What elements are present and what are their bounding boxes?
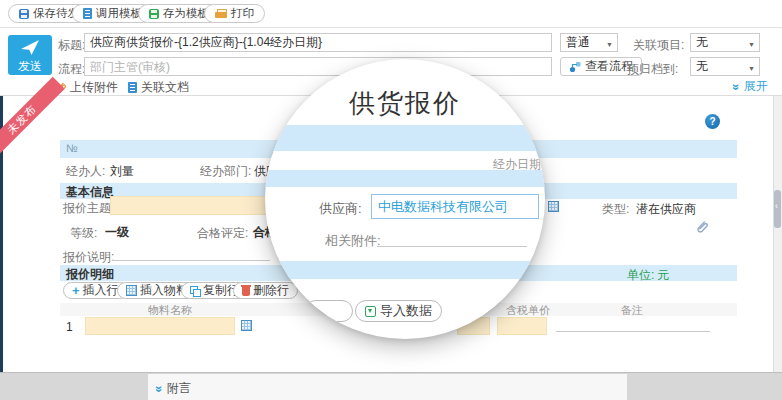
paper-plane-icon (20, 39, 40, 56)
upload-attachment-label: 上传附件 (70, 79, 118, 96)
number-label: № (66, 142, 78, 154)
type-label: 类型: (602, 201, 629, 218)
view-flow-label: 查看流程 (585, 58, 633, 75)
row-number: 1 (66, 320, 73, 334)
related-attachment-label: 相关附件: (325, 232, 381, 250)
related-doc-icon (128, 82, 137, 93)
supplier-quote-page: 保存待发 调用模板 存为模板 打印 发送 标题: 普通 关联项 (0, 0, 782, 400)
postscript-panel: 附言 (148, 374, 627, 400)
level-label: 等级: (70, 225, 97, 242)
supplier-label: 供应商: (319, 200, 362, 218)
subject-label: 报价主题: (63, 200, 114, 217)
prearchive-select[interactable]: 无 (690, 57, 760, 76)
magnified-number-bar (265, 125, 545, 151)
unit-label: 单位: (627, 267, 654, 284)
unit-price-cell[interactable] (497, 317, 547, 335)
supplier-input[interactable] (371, 194, 539, 219)
detail-section-title: 报价明细 (66, 266, 114, 283)
basic-section-title: 基本信息 (66, 184, 114, 201)
title-input[interactable] (84, 33, 552, 52)
desc-input[interactable] (112, 247, 270, 261)
flow-input[interactable] (84, 57, 552, 76)
help-icon[interactable] (705, 114, 720, 129)
import-icon (365, 306, 376, 317)
print-label: 打印 (231, 6, 254, 21)
scrollbar-thumb[interactable] (774, 190, 781, 228)
delete-row-label: 删除行 (253, 282, 289, 299)
related-doc-link[interactable]: 关联文档 (128, 79, 189, 96)
send-label: 发送 (8, 59, 52, 73)
postscript-toggle[interactable]: 附言 (156, 380, 191, 397)
attachment-paperclip-icon[interactable] (694, 219, 708, 234)
unit-value: 元 (657, 267, 669, 284)
magnified-detail-bar (265, 261, 545, 279)
flow-icon (569, 61, 581, 73)
level-value: 一级 (105, 224, 129, 241)
copy-icon (190, 286, 200, 296)
caret-down-icon (748, 35, 755, 53)
magnified-section-bar (265, 170, 545, 187)
caret-down-icon (606, 35, 613, 53)
printer-icon (215, 9, 227, 19)
send-button[interactable]: 发送 (8, 35, 52, 75)
prearchive-value: 无 (696, 59, 708, 73)
handler-value: 刘量 (110, 163, 134, 180)
save-template-icon (149, 9, 159, 19)
template-doc-icon (83, 8, 92, 19)
plus-icon (72, 284, 80, 298)
related-project-select[interactable]: 无 (690, 33, 760, 52)
supplier-picker-icon[interactable] (548, 201, 559, 212)
material-name-cell[interactable] (85, 317, 235, 335)
related-attachment-input[interactable] (377, 233, 527, 247)
priority-select[interactable]: 普通 (560, 33, 618, 52)
flow-label: 流程: (58, 61, 85, 78)
subject-input[interactable] (110, 196, 283, 215)
caret-down-icon (748, 59, 755, 77)
import-data-label: 导入数据 (380, 302, 432, 320)
material-grid-icon (126, 285, 137, 296)
title-label: 标题: (58, 37, 85, 54)
column-material-name: 物料名称 (148, 303, 192, 318)
related-project-label: 关联项目: (633, 37, 684, 54)
print-button[interactable]: 打印 (204, 4, 265, 23)
desc-label: 报价说明: (63, 249, 114, 266)
top-toolbar: 保存待发 调用模板 存为模板 打印 (0, 0, 782, 28)
insert-row-label: 插入行 (83, 282, 119, 299)
type-value: 潜在供应商 (636, 201, 696, 218)
priority-value: 普通 (566, 35, 590, 49)
dept-label: 经办部门: (200, 163, 251, 180)
save-icon (19, 9, 29, 19)
handler-label: 经办人: (66, 163, 105, 180)
column-unit-price: 含税单价 (506, 303, 550, 318)
import-data-button[interactable]: 导入数据 (355, 300, 442, 322)
related-project-value: 无 (696, 35, 708, 49)
chevron-double-down-icon (156, 382, 163, 396)
assess-label: 合格评定: (197, 225, 248, 242)
expand-label: 展开 (744, 78, 768, 95)
use-template-label: 调用模板 (96, 6, 142, 21)
material-picker-icon[interactable] (241, 320, 252, 331)
delete-row-button[interactable]: 删除行 (233, 282, 298, 299)
save-as-template-label: 存为模板 (163, 6, 209, 21)
magnifier-circle: 供货报价 经办日期: 供应商: 相关附件: 导入数据 (265, 59, 545, 339)
chevron-double-down-icon (733, 80, 740, 94)
footer-strip: 附言 (0, 372, 782, 400)
expand-link[interactable]: 展开 (733, 78, 768, 95)
postscript-label: 附言 (167, 380, 191, 397)
related-doc-label: 关联文档 (141, 79, 189, 96)
remark-cell[interactable] (556, 317, 710, 332)
prearchive-label: 预归档到: (627, 61, 678, 78)
column-remark: 备注 (621, 303, 643, 318)
right-rail (773, 96, 782, 372)
trash-icon (242, 287, 250, 296)
